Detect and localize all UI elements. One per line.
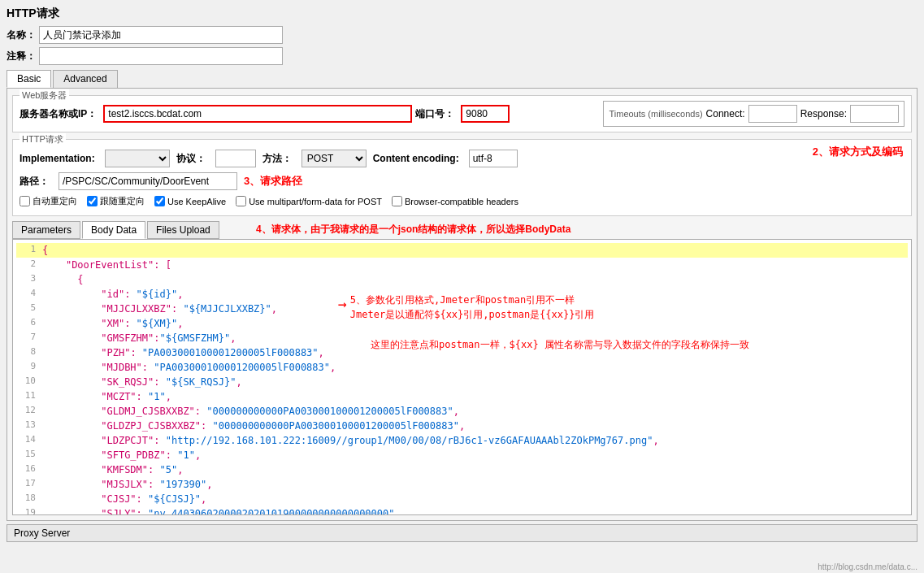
protocol-input[interactable] [215, 150, 256, 167]
code-line-14: 14 "LDZPCJT": "http://192.168.101.222:16… [16, 433, 908, 448]
protocol-label: 协议： [176, 152, 206, 166]
encoding-input[interactable] [469, 150, 518, 167]
timeouts-title: Timeouts (milliseconds) [609, 109, 702, 119]
code-line-19: 19 "SJLY": "ny_4403060200002020101900000… [16, 506, 908, 515]
proxy-server-bar: Proxy Server [7, 524, 917, 542]
method-select[interactable]: POST [301, 150, 367, 167]
http-request-label: HTTP请求 [20, 133, 66, 145]
code-line-10: 10 "SK_RQSJ": "${SK_RQSJ}", [16, 375, 908, 389]
checkbox-browser-compat[interactable]: Browser-compatible headers [392, 196, 518, 206]
tab-basic[interactable]: Basic [7, 70, 51, 88]
annotation-3: 3、请求路径 [244, 174, 302, 189]
code-line-13: 13 "GLDZPJ_CJSBXXBZ": "000000000000PA003… [16, 419, 908, 433]
server-ip-input[interactable] [103, 105, 412, 123]
checkbox-auto-redirect[interactable]: 自动重定向 [20, 195, 77, 207]
tab-advanced[interactable]: Advanced [53, 70, 117, 88]
name-input[interactable] [39, 26, 283, 44]
annotation-6: 这里的注意点和postman一样，${xx} 属性名称需与导入数据文件的字段名称… [371, 337, 749, 352]
code-line-1: 1 { [16, 243, 908, 258]
sub-tab-body-data[interactable]: Body Data [82, 221, 145, 239]
code-editor[interactable]: → 5、参数化引用格式,Jmeter和postman引用不一样 Jmeter是以… [12, 239, 912, 515]
annotation-2: 2、请求方式及编码 [813, 145, 903, 159]
annotation-4: 4、请求体，由于我请求的是一个json结构的请求体，所以选择BodyData [256, 223, 570, 237]
impl-label: Implementation: [20, 153, 95, 164]
server-ip-label: 服务器名称或IP： [20, 107, 97, 121]
page-title: HTTP请求 [7, 7, 917, 21]
port-input[interactable] [461, 105, 510, 123]
code-line-3: 3 { [16, 272, 908, 287]
name-label: 名称： [7, 28, 36, 42]
checkbox-keepalive[interactable]: Use KeepAlive [154, 196, 226, 206]
web-server-label: Web服务器 [20, 89, 69, 102]
path-label: 路径： [20, 175, 49, 189]
response-input[interactable] [850, 105, 899, 123]
code-line-12: 12 "GLDMJ_CJSBXXBZ": "000000000000PA0030… [16, 404, 908, 419]
code-line-9: 9 "MJDBH": "PA003000100001200005lF000883… [16, 360, 908, 375]
encoding-label: Content encoding: [373, 153, 459, 164]
code-line-17: 17 "MJSJLX": "197390", [16, 477, 908, 492]
method-label: 方法： [262, 152, 292, 166]
connect-input[interactable] [748, 105, 797, 123]
sub-tab-parameters[interactable]: Parameters [12, 221, 80, 239]
note-input[interactable] [39, 47, 283, 65]
code-line-15: 15 "SFTG_PDBZ": "1", [16, 448, 908, 462]
code-line-18: 18 "CJSJ": "${CJSJ}", [16, 492, 908, 506]
note-label: 注释： [7, 50, 36, 63]
path-input[interactable] [59, 172, 237, 190]
response-label: Response: [800, 108, 847, 119]
code-line-11: 11 "MCZT": "1", [16, 389, 908, 404]
port-label: 端口号： [415, 107, 454, 121]
code-line-16: 16 "KMFSDM": "5", [16, 462, 908, 477]
sub-tab-files-upload[interactable]: Files Upload [147, 221, 219, 239]
annotation-5-line1: 5、参数化引用格式,Jmeter和postman引用不一样 [350, 293, 595, 307]
code-line-2: 2 "DoorEventList": [ [16, 258, 908, 272]
impl-select[interactable] [105, 150, 170, 167]
annotation-5-line2: Jmeter是以通配符${xx}引用,postman是{{xx}}引用 [350, 307, 595, 322]
main-tabs: Basic Advanced [7, 70, 917, 88]
connect-label: Connect: [706, 108, 745, 119]
checkbox-multipart[interactable]: Use multipart/form-data for POST [236, 196, 382, 206]
checkbox-follow-redirect[interactable]: 跟随重定向 [87, 195, 145, 207]
watermark: http://blog.csdn.me/data.c... [818, 562, 917, 571]
